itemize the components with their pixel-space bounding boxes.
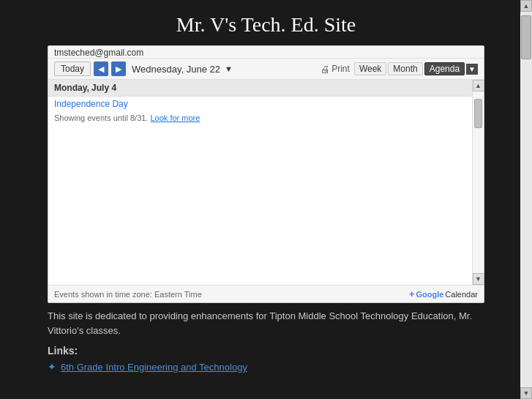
list-item: ✦ 6th Grade Intro Engineering and Techno…	[48, 361, 484, 373]
nav-prev-button[interactable]: ◀	[94, 61, 108, 76]
scrollbar-down-button[interactable]: ▼	[473, 273, 484, 285]
calendar-body: Monday, July 4 Independence Day Showing …	[48, 80, 484, 285]
month-view-button[interactable]: Month	[388, 62, 422, 75]
page-scrollbar: ▲ ▼	[520, 0, 532, 399]
gcal-calendar: Calendar	[445, 290, 478, 299]
calendar-toolbar-left: Today ◀ ▶ Wednesday, June 22 ▼	[54, 61, 233, 76]
scrollbar-track	[473, 92, 484, 273]
gcal-google: Google	[416, 290, 443, 299]
description-text: This site is dedicated to providing enha…	[48, 309, 484, 338]
today-button[interactable]: Today	[54, 61, 91, 76]
nav-next-button[interactable]: ▶	[111, 61, 126, 76]
gcal-plus: +	[409, 288, 415, 299]
event-day-header: Monday, July 4	[48, 80, 472, 97]
independence-day-event[interactable]: Independence Day	[48, 97, 472, 111]
view-dropdown-button[interactable]: ▼	[466, 64, 478, 75]
date-dropdown-arrow[interactable]: ▼	[225, 64, 233, 73]
link-icon: ✦	[48, 361, 56, 373]
week-view-button[interactable]: Week	[354, 62, 386, 75]
calendar-toolbar: Today ◀ ▶ Wednesday, June 22 ▼ 🖨 Print W…	[48, 59, 484, 80]
print-button[interactable]: 🖨 Print	[321, 64, 350, 75]
page-title: Mr. V's Tech. Ed. Site	[0, 0, 532, 45]
print-icon: 🖨	[321, 64, 330, 75]
calendar-widget: tmsteched@gmail.com Today ◀ ▶ Wednesday,…	[48, 45, 484, 303]
scrollbar-thumb[interactable]	[474, 99, 482, 128]
calendar-date-label: Wednesday, June 22	[132, 64, 220, 75]
timezone-label: Events shown in time zone: Eastern Time	[54, 290, 202, 299]
page-scrollbar-track	[520, 12, 532, 387]
links-title: Links:	[48, 345, 484, 357]
6th-grade-link[interactable]: 6th Grade Intro Engineering and Technolo…	[61, 362, 247, 373]
page-scrollbar-up[interactable]: ▲	[520, 0, 532, 12]
calendar-email: tmsteched@gmail.com	[48, 46, 484, 59]
page-scrollbar-down[interactable]: ▼	[520, 387, 532, 399]
links-section: Links: ✦ 6th Grade Intro Engineering and…	[48, 345, 484, 373]
calendar-scrollbar: ▲ ▼	[472, 80, 484, 285]
calendar-toolbar-right: 🖨 Print Week Month Agenda ▼	[321, 62, 478, 75]
scrollbar-up-button[interactable]: ▲	[473, 80, 484, 92]
look-for-more-link[interactable]: Look for more	[150, 113, 200, 122]
google-calendar-badge: + Google Calendar	[409, 288, 478, 299]
calendar-main: Monday, July 4 Independence Day Showing …	[48, 80, 472, 285]
calendar-footer: Events shown in time zone: Eastern Time …	[48, 285, 484, 302]
page-scrollbar-thumb[interactable]	[521, 15, 531, 59]
agenda-view-button[interactable]: Agenda	[424, 62, 465, 75]
showing-events-text: Showing events until 8/31. Look for more	[48, 111, 472, 128]
